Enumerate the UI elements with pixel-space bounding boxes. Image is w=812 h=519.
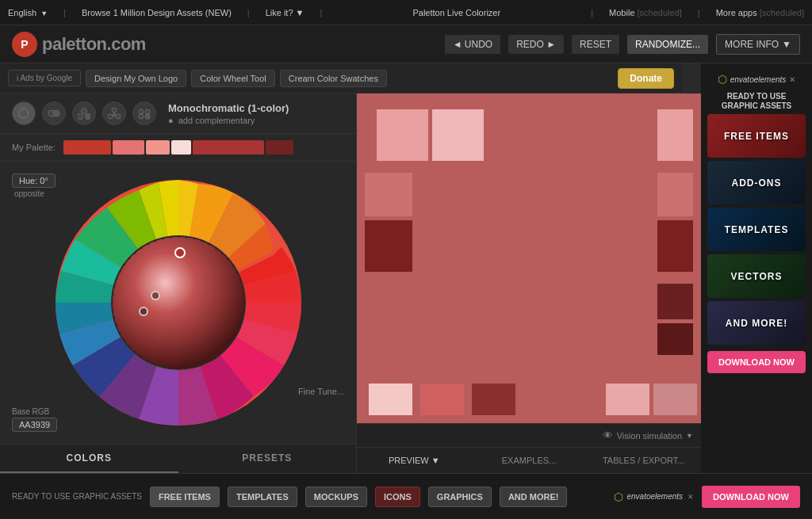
swatch-mr1 — [657, 173, 693, 216]
preview-swatches — [357, 93, 701, 423]
bottom-close-icon[interactable]: ✕ — [688, 493, 694, 501]
swatch-tl — [377, 109, 428, 161]
palette-swatch-3[interactable] — [146, 140, 170, 155]
logo-text: paletton.com — [42, 34, 146, 55]
undo-button[interactable]: ◄ UNDO — [445, 35, 501, 54]
fine-tune[interactable]: Fine Tune... — [298, 387, 344, 396]
opposite-label: opposite — [14, 189, 44, 198]
bottom-tabs-left: COLORS PRESETS — [0, 444, 356, 473]
bottom-icons-btn[interactable]: ICONS — [375, 487, 420, 507]
mode-icon-5[interactable] — [132, 101, 156, 125]
svg-point-13 — [145, 114, 150, 119]
bottom-templates-btn[interactable]: TEMPLATES — [228, 487, 297, 507]
bottom-free-btn[interactable]: FREE ITEMS — [150, 487, 220, 507]
palette-swatch-6[interactable] — [266, 140, 293, 155]
palette-swatch-4[interactable] — [171, 140, 191, 155]
svg-point-3 — [82, 109, 87, 114]
svg-point-6 — [112, 108, 117, 113]
tab-preview[interactable]: PREVIEW ▼ — [357, 448, 472, 473]
palette-label: My Palette: — [12, 143, 56, 152]
logo-icon: P — [12, 32, 37, 57]
tab-tables[interactable]: TABLES / EXPORT... — [586, 448, 701, 473]
browse-link[interactable]: Browse 1 Million Design Assets (NEW) — [82, 8, 232, 17]
envato-card-addons[interactable]: ADD-ONS — [707, 161, 806, 204]
vision-icon: 👁 — [603, 429, 613, 441]
swatch-mr2 — [657, 220, 693, 272]
tab-presets[interactable]: PRESETS — [178, 445, 357, 473]
header: P paletton.com ◄ UNDO REDO ► RESET RANDO… — [0, 25, 812, 63]
vision-arrow: ▼ — [686, 432, 693, 440]
svg-point-9 — [113, 113, 116, 116]
bottom-download-button[interactable]: DOWNLOAD NOW — [702, 486, 800, 508]
swatch-tr — [657, 109, 693, 161]
color-wheel-container[interactable] — [52, 176, 305, 429]
envato-icon: ⬡ — [718, 73, 727, 86]
palette-swatch-2[interactable] — [113, 140, 144, 155]
palette-swatch-5[interactable] — [193, 140, 264, 155]
hue-label: Hue: 0° — [12, 174, 56, 188]
swatch-ml1 — [365, 173, 412, 216]
tab-examples[interactable]: EXAMPLES... — [472, 448, 587, 473]
tab-colors[interactable]: COLORS — [0, 445, 178, 473]
reset-button[interactable]: RESET — [572, 35, 619, 54]
more-apps-link[interactable]: More apps [scheduled] — [716, 8, 804, 17]
color-dot-1[interactable] — [174, 247, 186, 258]
logo: P paletton.com — [12, 32, 146, 57]
envato-download-button[interactable]: DOWNLOAD NOW — [707, 351, 806, 373]
envato-logo: ⬡ envatoelements ✕ — [707, 70, 806, 89]
randomize-button[interactable]: RANDOMIZE... — [627, 35, 708, 54]
add-complementary[interactable]: ● add complementary — [168, 116, 289, 125]
svg-point-8 — [116, 114, 121, 119]
mobile-link[interactable]: Mobile [scheduled] — [609, 8, 682, 17]
mode-icon-4[interactable] — [102, 101, 126, 125]
palette-swatch-1[interactable] — [63, 140, 111, 155]
mode-icon-3[interactable] — [72, 101, 96, 125]
donate-button[interactable]: Donate — [618, 68, 674, 89]
tool1-button[interactable]: Design My Own Logo — [86, 70, 186, 87]
envato-card-free[interactable]: FREE ITEMS — [707, 114, 806, 158]
bottom-graphics-btn[interactable]: GRAPHICS — [428, 487, 492, 507]
color-dot-3[interactable] — [139, 307, 148, 316]
swatch-br2 — [653, 384, 697, 415]
toolbar-wrapper: i Ads by Google Design My Own Logo Color… — [0, 63, 682, 93]
mode-icon-1[interactable] — [12, 101, 36, 125]
bottom-envato-icon: ⬡ — [614, 490, 623, 503]
svg-point-12 — [139, 114, 144, 119]
envato-card-vectors[interactable]: VECTORS — [707, 254, 806, 298]
main-wrapper: i Ads by Google Design My Own Logo Color… — [0, 63, 812, 473]
svg-point-10 — [139, 109, 144, 114]
envato-templates-label: TEMPLATES — [725, 224, 789, 235]
like-it[interactable]: Like it? ▼ — [266, 8, 304, 17]
tool2-button[interactable]: Color Wheel Tool — [191, 70, 275, 87]
swatch-br1 — [606, 384, 649, 415]
mode-icon-2[interactable] — [42, 101, 66, 125]
toolbar: i Ads by Google Design My Own Logo Color… — [0, 63, 682, 93]
redo-button[interactable]: REDO ► — [508, 35, 564, 54]
left-panel: Monochromatic (1-color) ● add complement… — [0, 93, 357, 473]
preview-area[interactable] — [357, 93, 701, 423]
envato-card-more[interactable]: AND MORE! — [707, 301, 806, 345]
color-wheel-section: Hue: 0° opposite Fine Tune... Base RGB A… — [0, 162, 356, 444]
mode-selector: Monochromatic (1-color) ● add complement… — [168, 102, 289, 125]
live-colorizer: Paletton Live Colorizer — [338, 8, 575, 17]
envato-close-btn[interactable]: ✕ — [789, 75, 795, 84]
svg-point-2 — [53, 110, 59, 116]
bottom-mockups-btn[interactable]: MOCKUPS — [305, 487, 367, 507]
svg-point-0 — [19, 109, 29, 118]
color-wheel-overlay — [52, 176, 305, 429]
envato-card-templates[interactable]: TEMPLATES — [707, 208, 806, 251]
envato-vectors-label: VECTORS — [731, 271, 783, 282]
color-dot-2[interactable] — [151, 291, 160, 300]
more-info-button[interactable]: MORE INFO ▼ — [716, 34, 800, 55]
bottom-ad-bar: READY TO USE GRAPHIC ASSETS FREE ITEMS T… — [0, 473, 812, 519]
bottom-envato-text: envatoelements — [626, 492, 683, 501]
bottom-more-btn[interactable]: AND MORE! — [500, 487, 568, 507]
vision-simulation[interactable]: Vision simulation — [617, 431, 682, 441]
mode-icons — [12, 101, 156, 125]
swatch-rbot2 — [657, 323, 693, 355]
svg-point-7 — [108, 114, 113, 119]
swatch-bl1 — [369, 384, 412, 415]
language-selector[interactable]: English ▼ — [8, 8, 48, 17]
tool3-button[interactable]: Cream Color Swatches — [280, 70, 387, 87]
swatch-tc — [432, 109, 484, 161]
